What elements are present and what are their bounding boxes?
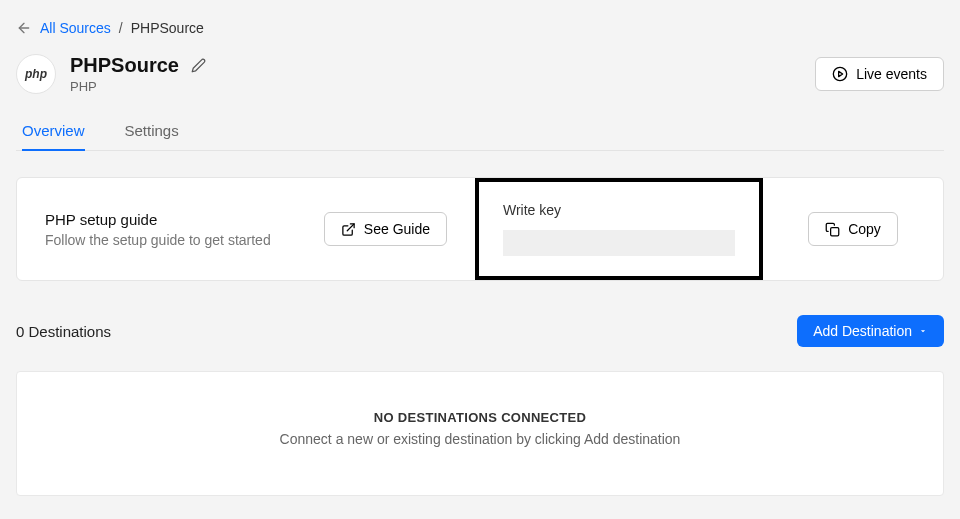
live-events-label: Live events	[856, 66, 927, 82]
copy-region: Copy	[763, 178, 943, 280]
tabs: Overview Settings	[16, 122, 944, 151]
breadcrumb-link-all-sources[interactable]: All Sources	[40, 20, 111, 36]
destinations-count: 0 Destinations	[16, 323, 111, 340]
setup-card: PHP setup guide Follow the setup guide t…	[16, 177, 944, 281]
svg-marker-2	[839, 71, 843, 76]
add-destination-label: Add Destination	[813, 323, 912, 339]
see-guide-label: See Guide	[364, 221, 430, 237]
edit-icon[interactable]	[191, 58, 206, 73]
external-link-icon	[341, 222, 356, 237]
live-events-button[interactable]: Live events	[815, 57, 944, 91]
source-logo: php	[16, 54, 56, 94]
write-key-label: Write key	[503, 202, 735, 218]
see-guide-button[interactable]: See Guide	[324, 212, 447, 246]
destinations-empty: NO DESTINATIONS CONNECTED Connect a new …	[16, 371, 944, 496]
write-key-input[interactable]	[503, 230, 735, 256]
svg-point-1	[834, 67, 847, 80]
play-circle-icon	[832, 66, 848, 82]
write-key-region: Write key	[475, 178, 763, 280]
tab-overview[interactable]: Overview	[22, 122, 85, 151]
copy-icon	[825, 222, 840, 237]
copy-button[interactable]: Copy	[808, 212, 898, 246]
svg-rect-4	[831, 227, 839, 235]
destinations-header: 0 Destinations Add Destination	[16, 315, 944, 347]
breadcrumb-separator: /	[119, 20, 123, 36]
svg-line-3	[347, 223, 354, 230]
breadcrumb: All Sources / PHPSource	[16, 20, 944, 36]
page-header: php PHPSource PHP Live events	[16, 54, 944, 94]
tab-settings[interactable]: Settings	[125, 122, 179, 151]
setup-text: PHP setup guide Follow the setup guide t…	[45, 211, 271, 248]
destinations-empty-title: NO DESTINATIONS CONNECTED	[37, 410, 923, 425]
page-title: PHPSource	[70, 54, 179, 77]
page-subtitle: PHP	[70, 79, 206, 94]
setup-title: PHP setup guide	[45, 211, 271, 228]
add-destination-button[interactable]: Add Destination	[797, 315, 944, 347]
caret-down-icon	[918, 326, 928, 336]
copy-label: Copy	[848, 221, 881, 237]
setup-left: PHP setup guide Follow the setup guide t…	[17, 178, 475, 280]
title-block: PHPSource PHP	[70, 54, 206, 94]
setup-subtitle: Follow the setup guide to get started	[45, 232, 271, 248]
header-left: php PHPSource PHP	[16, 54, 206, 94]
breadcrumb-current: PHPSource	[131, 20, 204, 36]
back-arrow-icon[interactable]	[16, 20, 32, 36]
destinations-empty-subtitle: Connect a new or existing destination by…	[37, 431, 923, 447]
